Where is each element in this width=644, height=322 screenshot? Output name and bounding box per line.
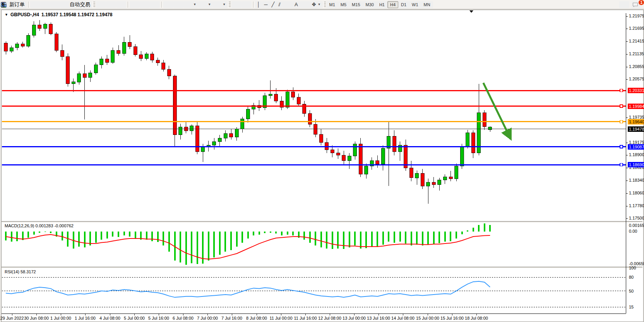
text-tool-button[interactable]: A	[293, 1, 300, 8]
symbol-dropdown-icon[interactable]: ▼	[5, 13, 8, 17]
price-tick	[626, 143, 628, 143]
time-tick	[281, 314, 281, 315]
dropdown-arrow-icon: ▼	[208, 3, 211, 6]
timeframe-h4[interactable]: H4	[387, 1, 398, 8]
time-tick-label: 14 Jul 08:00	[391, 316, 414, 320]
signal-icon	[52, 2, 58, 8]
price-tick-label: 1.17780	[629, 203, 644, 208]
search-icon	[621, 2, 627, 8]
toolbar-separator	[253, 2, 253, 8]
time-tick	[85, 314, 86, 315]
time-axis-border	[2, 313, 626, 314]
rsi-line	[6, 281, 490, 297]
line-chart-button[interactable]	[116, 1, 126, 8]
timeframe-m5[interactable]: M5	[338, 1, 349, 8]
time-tick-label: 6 Jul 08:00	[173, 316, 194, 320]
timeframe-m15[interactable]: M15	[349, 1, 363, 8]
rsi-axis-label: 50	[629, 289, 634, 293]
zoom-in-button[interactable]	[130, 1, 140, 8]
timeframe-m30[interactable]: M30	[363, 1, 377, 8]
rsi-panel-canvas[interactable]	[2, 268, 626, 313]
price-tick	[626, 29, 628, 29]
time-tick-label: 7 Jul 00:00	[197, 316, 218, 320]
arrange-charts-icon	[165, 2, 171, 8]
time-tick	[12, 314, 12, 315]
timeframe-d1[interactable]: D1	[398, 1, 409, 8]
new-order-label: 新订单	[9, 1, 25, 8]
price-tick	[626, 206, 628, 206]
trendline-tool-button[interactable]: ╱	[269, 1, 276, 8]
tile-windows-button[interactable]	[150, 1, 160, 8]
dropdown-arrow-icon: ▼	[223, 3, 226, 6]
template-icon	[215, 2, 221, 8]
toolbar-separator	[128, 2, 128, 8]
fibonacci-tool-button[interactable]: F	[283, 1, 293, 8]
hline-tool-button[interactable]: ─	[262, 1, 269, 8]
signals-button[interactable]	[50, 1, 60, 8]
time-tick	[305, 314, 306, 315]
timeframe-toolbar: M1M5M15M30H1H4D1W1MN	[327, 0, 433, 9]
time-tick	[134, 314, 135, 315]
notification-badge: 1	[638, 0, 644, 5]
time-tick	[379, 314, 379, 315]
price-line-label: 1.20331	[628, 88, 644, 93]
toolbar-drag-handle[interactable]	[93, 2, 95, 8]
tile-windows-icon	[152, 2, 158, 8]
bar-chart-button[interactable]	[96, 1, 106, 8]
time-tick	[36, 314, 37, 315]
templates-button[interactable]: ▼	[213, 1, 228, 8]
timeframe-h1[interactable]: H1	[377, 1, 387, 8]
price-tick-label: 1.17500	[629, 216, 644, 220]
cursor-tool-button[interactable]	[231, 1, 242, 8]
candlestick-chart-button[interactable]	[106, 1, 116, 8]
arrows-tool-button[interactable]: ✥▼	[310, 1, 323, 8]
time-tick	[452, 314, 452, 315]
toolbar-drag-handle[interactable]	[228, 2, 231, 8]
time-tick-label: 5 Jul 00:00	[124, 316, 145, 320]
equidistant-channel-icon: ⫽	[278, 2, 281, 7]
macd-axis-zero: 0.00	[629, 229, 637, 233]
price-tick-label: 1.21415	[629, 39, 644, 43]
price-tick	[626, 67, 628, 67]
arrange-charts-button[interactable]	[163, 1, 173, 8]
crosshair-tool-button[interactable]	[242, 1, 252, 8]
time-tick-label: 29 Jun 2022	[0, 316, 24, 320]
time-tick-label: 30 Jun 08:00	[24, 316, 49, 320]
time-tick	[257, 314, 257, 315]
periods-button[interactable]: ▼	[198, 1, 213, 8]
rsi-label: RSI(14) 58.3172	[5, 269, 36, 274]
time-tick-label: 1 Jul 00:00	[50, 316, 71, 320]
search-button[interactable]	[619, 1, 629, 8]
price-chart-canvas[interactable]	[2, 13, 626, 221]
toolbar-separator	[28, 2, 29, 8]
zoom-out-button[interactable]	[140, 1, 150, 8]
time-tick	[330, 314, 330, 315]
price-tick	[626, 41, 628, 42]
time-tick-label: 4 Jul 08:00	[99, 316, 120, 320]
ohlc-values: 1.19537 1.19548 1.19472 1.19478	[41, 12, 113, 17]
auto-trading-button[interactable]: 自动交易	[60, 1, 92, 8]
new-chart-button[interactable]: ▼	[183, 1, 198, 8]
time-tick-label: 15 Jul 00:00	[416, 316, 439, 320]
price-tick	[626, 168, 628, 168]
chart-shift-marker[interactable]	[469, 10, 473, 13]
candlestick-chart-icon	[108, 2, 114, 8]
cascade-charts-button[interactable]	[173, 1, 183, 8]
channel-tool-button[interactable]: ⫽	[276, 1, 283, 8]
macd-panel-canvas[interactable]	[2, 222, 626, 267]
text-label-icon: T	[302, 2, 308, 8]
market-watch-button[interactable]	[30, 1, 40, 8]
price-tick	[626, 118, 628, 118]
vline-tool-button[interactable]: │	[255, 1, 262, 8]
timeframe-w1[interactable]: W1	[409, 1, 421, 8]
label-tool-button[interactable]: T	[300, 1, 310, 8]
timeframe-mn[interactable]: MN	[421, 1, 433, 8]
price-tick	[626, 155, 628, 155]
price-tick-label: 1.18340	[629, 178, 644, 182]
toolbar-drag-handle[interactable]	[324, 2, 326, 8]
auto-trading-label: 自动交易	[70, 1, 90, 8]
timeframe-m1[interactable]: M1	[327, 1, 338, 8]
charts-button[interactable]	[40, 1, 50, 8]
time-tick	[110, 314, 110, 315]
cascade-charts-icon	[175, 2, 182, 8]
